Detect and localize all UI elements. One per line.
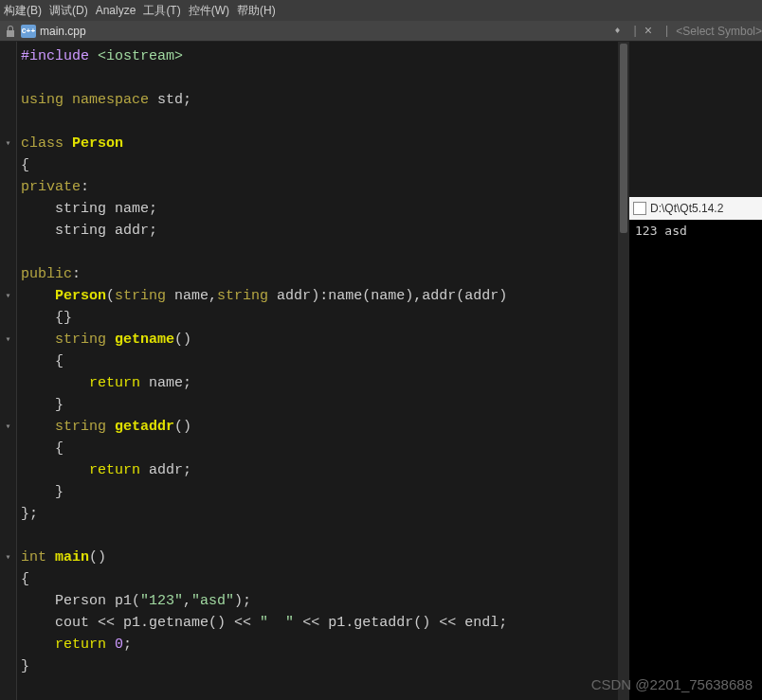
scrollbar-thumb[interactable] bbox=[620, 44, 627, 233]
fold-marker bbox=[0, 154, 16, 176]
editor-area: ▾▾▾▾▾ #include <iostream> using namespac… bbox=[0, 42, 762, 700]
fold-marker bbox=[0, 111, 16, 133]
code-line[interactable]: private: bbox=[21, 176, 758, 198]
fold-marker bbox=[0, 307, 16, 329]
tabbar: C++ main.cpp ♦ | × | <Select Symbol> bbox=[0, 21, 762, 42]
console-output: 123 asd bbox=[629, 220, 762, 700]
fold-marker bbox=[0, 242, 16, 263]
menu-debug[interactable]: 调试(D) bbox=[49, 3, 88, 19]
fold-marker bbox=[0, 350, 16, 372]
menu-build[interactable]: 构建(B) bbox=[4, 3, 42, 19]
watermark: CSDN @2201_75638688 bbox=[591, 676, 753, 692]
tab-separator: | bbox=[631, 25, 638, 38]
fold-marker[interactable]: ▾ bbox=[0, 133, 16, 154]
vertical-scrollbar[interactable] bbox=[618, 42, 629, 700]
fold-marker bbox=[0, 525, 16, 547]
fold-marker[interactable]: ▾ bbox=[0, 416, 16, 438]
fold-marker bbox=[0, 612, 16, 634]
console-titlebar[interactable]: D:\Qt\Qt5.14.2 bbox=[629, 197, 762, 220]
cpp-file-icon: C++ bbox=[21, 25, 36, 38]
menubar: 构建(B) 调试(D) Analyze 工具(T) 控件(W) 帮助(H) bbox=[0, 0, 762, 21]
fold-marker bbox=[0, 568, 16, 590]
console-title-text: D:\Qt\Qt5.14.2 bbox=[650, 202, 723, 215]
fold-marker[interactable]: ▾ bbox=[0, 547, 16, 568]
tab-dropdown-icon[interactable]: ♦ bbox=[614, 26, 620, 36]
fold-marker bbox=[0, 394, 16, 416]
fold-marker bbox=[0, 481, 16, 503]
code-line[interactable] bbox=[21, 111, 758, 133]
code-line[interactable] bbox=[21, 67, 758, 89]
fold-marker bbox=[0, 634, 16, 655]
fold-marker bbox=[0, 176, 16, 198]
fold-marker[interactable]: ▾ bbox=[0, 285, 16, 307]
fold-marker bbox=[0, 372, 16, 394]
tab-filename[interactable]: main.cpp bbox=[40, 25, 86, 38]
fold-gutter[interactable]: ▾▾▾▾▾ bbox=[0, 42, 17, 700]
fold-marker bbox=[0, 67, 16, 89]
code-line[interactable]: { bbox=[21, 154, 758, 176]
menu-help[interactable]: 帮助(H) bbox=[237, 3, 276, 19]
fold-marker bbox=[0, 220, 16, 242]
menu-widgets[interactable]: 控件(W) bbox=[189, 3, 229, 19]
menu-tools[interactable]: 工具(T) bbox=[143, 3, 180, 19]
menu-analyze[interactable]: Analyze bbox=[96, 4, 136, 17]
fold-marker bbox=[0, 655, 16, 677]
fold-marker bbox=[0, 263, 16, 285]
tab-separator-2: | bbox=[663, 25, 670, 38]
lock-icon bbox=[4, 25, 17, 38]
console-window: D:\Qt\Qt5.14.2 123 asd bbox=[629, 197, 762, 700]
fold-marker bbox=[0, 198, 16, 220]
fold-marker bbox=[0, 89, 16, 111]
fold-marker bbox=[0, 503, 16, 525]
fold-marker bbox=[0, 45, 16, 67]
code-line[interactable]: class Person bbox=[21, 133, 758, 154]
code-line[interactable]: #include <iostream> bbox=[21, 45, 758, 67]
console-app-icon bbox=[633, 202, 646, 215]
close-icon[interactable]: × bbox=[644, 24, 652, 39]
symbol-selector[interactable]: <Select Symbol> bbox=[676, 25, 762, 38]
code-line[interactable]: using namespace std; bbox=[21, 89, 758, 111]
fold-marker bbox=[0, 459, 16, 481]
fold-marker bbox=[0, 438, 16, 459]
fold-marker bbox=[0, 590, 16, 612]
fold-marker[interactable]: ▾ bbox=[0, 329, 16, 350]
